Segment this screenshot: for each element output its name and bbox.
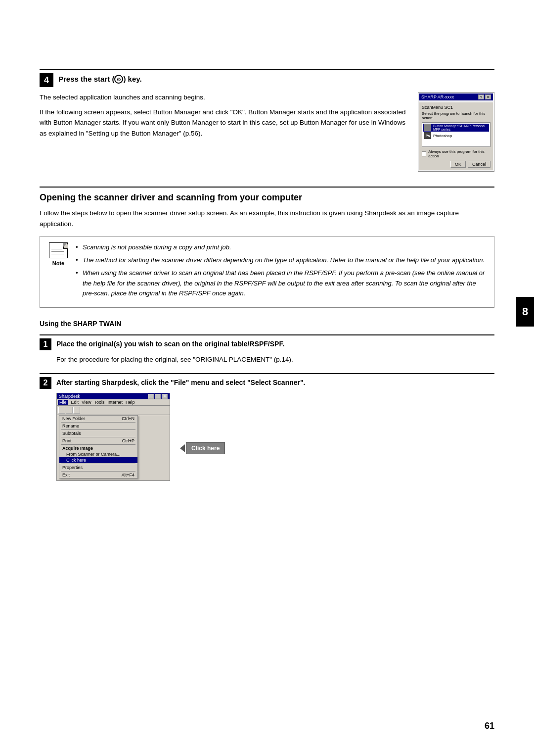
note-icon-ear <box>63 243 67 247</box>
top-spacer <box>40 30 494 69</box>
menu-row-select-scanner[interactable]: Click here <box>59 457 137 463</box>
toolbar-btn2[interactable] <box>66 407 73 414</box>
substep1-body: For the procedure for placing the origin… <box>40 354 494 365</box>
menu-sep2 <box>61 429 135 430</box>
step4-section: 4 Press the start (⊙) key. The selected … <box>40 69 494 172</box>
menu-row-newfolder[interactable]: New Folder Ctrl+N <box>59 416 137 422</box>
sharpdesk-close-btn[interactable]: ✕ <box>162 394 168 399</box>
sharp-twain-heading: Using the SHARP TWAIN <box>40 320 494 328</box>
note-line3 <box>51 254 64 254</box>
note-icon-area: Note <box>46 242 71 301</box>
sharpdesk-maximize-btn[interactable]: □ <box>155 394 161 399</box>
menu-internet[interactable]: Internet <box>107 400 123 405</box>
step4-title: Press the start (⊙) key. <box>58 73 142 84</box>
menu-row-acquire-header: Acquire Image <box>59 445 137 451</box>
screenshot-listitem-ps[interactable]: Ps Photoshop <box>423 132 489 140</box>
note-box: Note Scanning is not possible during a c… <box>40 236 494 308</box>
main-section-heading: Opening the scanner driver and scanning … <box>40 192 494 203</box>
screenshot-listbox[interactable]: Button Manager/SHARP Personal MFP series… <box>422 122 490 147</box>
note-label: Note <box>52 260 64 266</box>
sharpdesk-file-menu-popup: New Folder Ctrl+N Rename Subtotals Print <box>59 415 138 478</box>
screenshot-buttons: OK Cancel <box>422 161 490 168</box>
screenshot-checkbox-row: Always use this program for this action <box>422 149 490 158</box>
substep2-content-area: Sharpdesk _ □ ✕ File Edit View Tools Int… <box>40 393 494 481</box>
page-number: 61 <box>485 721 494 731</box>
screenshot-help-btn[interactable]: ? <box>478 94 484 99</box>
menu-sep3 <box>61 437 135 437</box>
menu-from-scanner-label: From Scanner or Camera... <box>66 452 121 457</box>
menu-exit-shortcut: Alt+F4 <box>112 472 134 477</box>
step4-content: The selected application launches and sc… <box>40 92 494 172</box>
sharpdesk-title: Sharpdesk <box>59 394 80 399</box>
toolbar-btn1[interactable] <box>58 407 65 414</box>
menu-row-rename[interactable]: Rename <box>59 423 137 429</box>
step4-screenshot: SHARP AR-xxxx ? ✕ ScanMenu SC1 Select th… <box>418 92 494 172</box>
step4-number: 4 <box>40 73 53 87</box>
menu-select-scanner-label: Click here <box>66 458 86 463</box>
bm-icon <box>424 124 431 131</box>
menu-sep5 <box>61 464 135 464</box>
note-item-1: Scanning is not possible during a copy a… <box>76 242 488 253</box>
menu-row-subtotals[interactable]: Subtotals <box>59 430 137 436</box>
menu-view[interactable]: View <box>82 400 91 405</box>
menu-print-shortcut: Ctrl+P <box>112 438 134 443</box>
sharpdesk-minimize-btn[interactable]: _ <box>148 394 154 399</box>
substep1-number: 1 <box>40 338 51 350</box>
toolbar-btn3[interactable] <box>73 407 80 414</box>
ps-icon: Ps <box>424 132 431 139</box>
note-line2 <box>51 251 64 252</box>
menu-row-from-scanner[interactable]: From Scanner or Camera... <box>59 451 137 457</box>
step4-para2: If the following screen appears, select … <box>40 107 408 139</box>
step4-text-area: The selected application launches and sc… <box>40 92 408 139</box>
screenshot-listitem-bm[interactable]: Button Manager/SHARP Personal MFP series <box>423 124 489 132</box>
note-list: Scanning is not possible during a copy a… <box>76 242 488 299</box>
menu-rename-label: Rename <box>62 424 79 428</box>
substep2-number: 2 <box>40 377 51 389</box>
screenshot-scan-label: ScanMenu SC1 <box>422 105 490 110</box>
click-here-arrow <box>180 444 185 452</box>
menu-subtotals-label: Subtotals <box>62 431 81 436</box>
menu-row-exit[interactable]: Exit Alt+F4 <box>59 472 137 478</box>
menu-newfolder-shortcut: Ctrl+N <box>112 416 134 421</box>
screenshot-checkbox-label: Always use this program for this action <box>428 149 490 158</box>
sharpdesk-titlebar-btns: _ □ ✕ <box>148 394 168 399</box>
menu-row-print[interactable]: Print Ctrl+P <box>59 438 137 444</box>
note-line1 <box>51 249 62 249</box>
menu-tools[interactable]: Tools <box>94 400 104 405</box>
sharpdesk-titlebar: Sharpdesk _ □ ✕ <box>57 393 170 399</box>
menu-file[interactable]: File <box>58 400 68 405</box>
sharpdesk-screenshot: Sharpdesk _ □ ✕ File Edit View Tools Int… <box>56 393 170 481</box>
substep1-title: Place the original(s) you wish to scan o… <box>56 338 284 349</box>
main-section-divider: Opening the scanner driver and scanning … <box>40 187 494 203</box>
click-here-area: Click here <box>180 442 225 454</box>
screenshot-ok-btn[interactable]: OK <box>450 161 466 168</box>
substep1-header: 1 Place the original(s) you wish to scan… <box>40 334 494 350</box>
chapter-tab: 8 <box>516 297 534 327</box>
screenshot-body: ScanMenu SC1 Select the program to launc… <box>419 102 493 170</box>
screenshot-close-btn[interactable]: ✕ <box>485 94 491 99</box>
screenshot-cancel-btn[interactable]: Cancel <box>468 161 490 168</box>
screenshot-select-label: Select the program to launch for this ac… <box>422 111 490 120</box>
substep2-section: 2 After starting Sharpdesk, click the "F… <box>40 373 494 481</box>
menu-sep1 <box>61 422 135 423</box>
menu-properties-label: Properties <box>62 465 83 470</box>
menu-row-properties[interactable]: Properties <box>59 465 137 471</box>
note-content: Scanning is not possible during a copy a… <box>76 242 488 301</box>
menu-newfolder-label: New Folder <box>62 416 85 421</box>
start-key-icon: ⊙ <box>114 75 123 84</box>
main-section-intro: Follow the steps below to open the scann… <box>40 208 494 229</box>
sharpdesk-menubar: File Edit View Tools Internet Help <box>57 399 170 406</box>
screenshot-title: SHARP AR-xxxx <box>421 94 454 99</box>
menu-help[interactable]: Help <box>126 400 135 405</box>
screenshot-titlebar: SHARP AR-xxxx ? ✕ <box>419 94 493 100</box>
screenshot-titlebar-buttons: ? ✕ <box>478 94 491 99</box>
click-here-box: Click here <box>186 442 225 454</box>
menu-exit-label: Exit <box>62 472 70 477</box>
menu-edit[interactable]: Edit <box>71 400 79 405</box>
bm-label: Button Manager/SHARP Personal MFP series <box>433 124 488 131</box>
step4-para1: The selected application launches and sc… <box>40 92 408 103</box>
sharpdesk-toolbar <box>57 406 170 415</box>
screenshot-checkbox[interactable] <box>422 151 426 156</box>
page-container: 4 Press the start (⊙) key. The selected … <box>0 0 534 756</box>
note-item-3: When using the scanner driver to scan an… <box>76 268 488 299</box>
